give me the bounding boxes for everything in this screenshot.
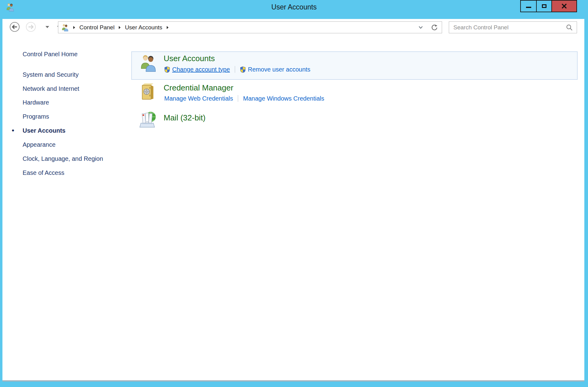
sidebar-item-user-accounts[interactable]: User Accounts: [23, 127, 65, 134]
user-accounts-icon[interactable]: [139, 53, 158, 72]
link-separator: [235, 66, 235, 73]
magnifier-icon[interactable]: [566, 24, 573, 31]
maximize-icon: [542, 4, 546, 8]
user-accounts-links: Change account type Remove user accounts: [164, 65, 310, 74]
maximize-button[interactable]: [536, 0, 552, 12]
address-bar[interactable]: Control Panel User Accounts: [58, 21, 442, 33]
credential-manager-links: Manage Web Credentials Manage Windows Cr…: [164, 94, 324, 103]
sidebar-item-appearance[interactable]: Appearance: [23, 141, 56, 148]
window: User Accounts: [0, 0, 588, 387]
breadcrumb-arrow-icon[interactable]: [167, 26, 169, 29]
remove-user-accounts-link[interactable]: Remove user accounts: [248, 66, 310, 73]
breadcrumb-arrow-icon[interactable]: [119, 26, 121, 29]
refresh-icon[interactable]: [431, 24, 437, 31]
minimize-icon: [526, 7, 531, 8]
sidebar-item-system-and-security[interactable]: System and Security: [23, 71, 78, 78]
active-item-bullet: ●: [12, 127, 14, 133]
window-title: User Accounts: [0, 0, 588, 14]
breadcrumb-item-control-panel[interactable]: Control Panel: [79, 24, 114, 31]
breadcrumb-root-icon[interactable]: [61, 24, 69, 31]
link-separator: [238, 95, 238, 102]
caption-buttons: [520, 0, 577, 12]
uac-shield-icon: [240, 66, 246, 73]
sidebar-item-programs[interactable]: Programs: [23, 113, 49, 120]
breadcrumb-arrow-icon[interactable]: [73, 26, 75, 29]
section-title-user-accounts[interactable]: User Accounts: [164, 54, 215, 63]
search-box: [449, 21, 577, 33]
change-account-type-link[interactable]: Change account type: [172, 66, 230, 73]
sidebar-item-ease-of-access[interactable]: Ease of Access: [23, 169, 64, 176]
credential-manager-safe-icon[interactable]: [140, 82, 156, 101]
sidebar-item-hardware[interactable]: Hardware: [23, 99, 49, 106]
manage-web-credentials-link[interactable]: Manage Web Credentials: [164, 95, 233, 102]
section-title-credential-manager[interactable]: Credential Manager: [164, 83, 233, 93]
breadcrumb-item-user-accounts[interactable]: User Accounts: [125, 24, 162, 31]
manage-windows-credentials-link[interactable]: Manage Windows Credentials: [243, 95, 324, 102]
recent-pages-chevron-icon[interactable]: [45, 26, 49, 28]
close-icon: [561, 3, 567, 9]
minimize-button[interactable]: [520, 0, 537, 12]
address-dropdown-chevron-icon[interactable]: [419, 26, 423, 29]
client-area: Control Panel User Accounts Control Pane…: [2, 19, 584, 381]
close-button[interactable]: [551, 0, 577, 12]
titlebar: User Accounts: [0, 0, 588, 19]
back-button[interactable]: [9, 22, 20, 32]
sidebar-item-clock-language-region[interactable]: Clock, Language, and Region: [23, 155, 103, 162]
forward-button[interactable]: [26, 22, 36, 32]
search-input[interactable]: [449, 24, 566, 31]
sidebar-item-network-and-internet[interactable]: Network and Internet: [23, 85, 79, 92]
section-title-mail[interactable]: Mail (32-bit): [164, 113, 205, 123]
sidebar-item-control-panel-home[interactable]: Control Panel Home: [23, 51, 78, 58]
mail-icon[interactable]: [138, 109, 157, 130]
uac-shield-icon: [164, 66, 170, 73]
